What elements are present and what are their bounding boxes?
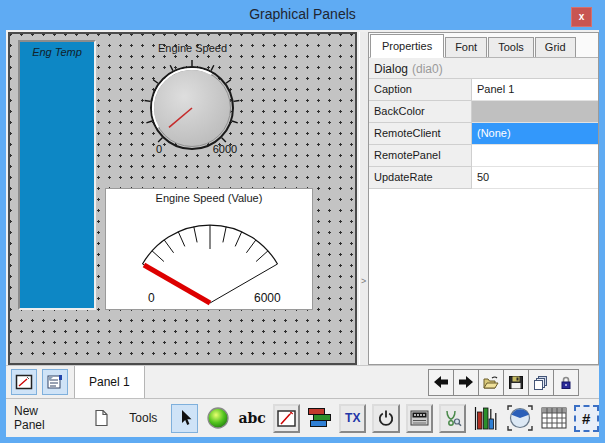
property-name: BackColor [369, 101, 472, 123]
copy-icon [533, 375, 549, 390]
properties-tab-strip: Properties Font Tools Grid [369, 33, 598, 57]
new-panel-label[interactable]: New Panel [14, 404, 68, 432]
round-gauge-widget[interactable]: 0 6000 [142, 58, 242, 158]
value-gauge-title: Engine Speed (Value) [106, 192, 312, 204]
property-row-remoteclient: RemoteClient (None) [369, 123, 598, 145]
property-name: RemotePanel [369, 145, 472, 167]
open-folder-icon [482, 375, 500, 390]
property-row-backcolor: BackColor [369, 101, 598, 123]
file-nav-group [429, 369, 579, 396]
tab-panel-1[interactable]: Panel 1 [74, 366, 145, 399]
property-row-remotepanel: RemotePanel [369, 145, 598, 167]
lock-icon [559, 375, 573, 390]
object-type: Dialog [374, 62, 408, 76]
stacked-bars-tool-button[interactable] [306, 404, 333, 433]
lock-button[interactable] [553, 369, 579, 396]
selected-object-header: Dialog(dia0) [369, 57, 598, 79]
keypad-icon [410, 410, 429, 426]
window-content: Eng Temp Engine Speed [6, 30, 599, 437]
value-gauge-max: 6000 [254, 291, 281, 305]
open-button[interactable] [478, 369, 504, 396]
copy-button[interactable] [528, 369, 554, 396]
close-icon: x [579, 11, 585, 22]
eng-temp-widget[interactable]: Eng Temp [18, 40, 96, 310]
grid-snap-icon: # [582, 410, 590, 427]
properties-panel: Properties Font Tools Grid Dialog(dia0) … [368, 32, 599, 365]
tools-label: Tools [129, 411, 157, 425]
forward-button[interactable] [453, 369, 479, 396]
property-value-remoteclient[interactable]: (None) [472, 123, 598, 145]
cursor-icon [177, 409, 193, 427]
property-name: UpdateRate [369, 167, 472, 189]
round-gauge-title: Engine Speed [120, 42, 265, 54]
keypad-tool-button[interactable] [406, 404, 433, 433]
property-value-backcolor[interactable] [472, 101, 598, 123]
property-row-updaterate: UpdateRate 50 [369, 167, 598, 189]
panel-tab-bar: Panel 1 [6, 365, 599, 398]
tab-font[interactable]: Font [445, 37, 487, 57]
grid-snap-toggle[interactable]: # [574, 405, 599, 432]
save-icon [508, 375, 524, 390]
tools-toolbar: New Panel Tools [6, 398, 599, 437]
led-icon [206, 406, 230, 430]
back-button[interactable] [428, 369, 454, 396]
tab-grid[interactable]: Grid [535, 37, 576, 57]
property-value-remotepanel[interactable] [472, 145, 598, 167]
property-name: Caption [369, 79, 472, 101]
design-canvas[interactable]: Eng Temp Engine Speed [8, 32, 357, 365]
eng-temp-label: Eng Temp [20, 46, 94, 58]
led-tool-button[interactable] [204, 404, 231, 433]
table-tool-button[interactable] [540, 404, 568, 433]
mini-gauge-icon [15, 374, 33, 390]
window-title: Graphical Panels [0, 6, 605, 22]
property-row-caption: Caption Panel 1 [369, 79, 598, 101]
splitter-collapse-icon[interactable]: > [361, 276, 366, 286]
meter-tool-button[interactable] [273, 404, 300, 433]
stacked-bars-icon [307, 407, 332, 429]
table-icon [541, 407, 567, 429]
value-gauge-ticks [152, 225, 268, 262]
bar-chart-icon [474, 405, 497, 431]
meter-icon [277, 410, 296, 427]
value-gauge-min: 0 [148, 291, 155, 305]
property-value-caption[interactable]: Panel 1 [472, 79, 598, 101]
abc-icon: abc [238, 410, 265, 426]
property-value-updaterate[interactable]: 50 [472, 167, 598, 189]
select-tool-button[interactable] [171, 404, 198, 433]
text-tool-button[interactable]: abc [238, 404, 267, 433]
tab-tools[interactable]: Tools [488, 37, 534, 57]
save-button[interactable] [503, 369, 529, 396]
close-button[interactable]: x [571, 7, 592, 27]
properties-sheet-icon [46, 374, 64, 390]
clock-icon [507, 405, 533, 431]
back-icon [433, 375, 449, 389]
bar-chart-tool-button[interactable] [472, 404, 499, 433]
properties-sheet-button[interactable] [42, 369, 68, 395]
title-bar[interactable]: Graphical Panels x [0, 0, 605, 30]
panel-splitter[interactable]: > [359, 32, 368, 365]
diagnostics-icon [443, 410, 462, 427]
timer-tool-button[interactable] [506, 404, 534, 433]
new-document-icon [94, 409, 109, 427]
power-tool-button[interactable] [372, 404, 399, 433]
graphical-panels-window: { "window": { "title": "Graphical Panels… [0, 0, 605, 443]
gauge-view-button[interactable] [11, 369, 37, 395]
round-gauge-min: 0 [156, 143, 162, 155]
round-gauge-max: 6000 [213, 143, 237, 155]
property-name: RemoteClient [369, 123, 472, 145]
new-document-button[interactable] [88, 404, 115, 433]
power-icon [377, 409, 395, 427]
tab-properties[interactable]: Properties [370, 34, 444, 58]
tx-icon: TX [345, 411, 360, 425]
diagnostics-tool-button[interactable] [439, 404, 466, 433]
object-id: (dia0) [412, 62, 443, 76]
tx-tool-button[interactable]: TX [339, 404, 366, 433]
value-gauge-dial [106, 206, 314, 306]
forward-icon [458, 375, 474, 389]
value-gauge-widget[interactable]: Engine Speed (Value) 0 [105, 188, 313, 310]
